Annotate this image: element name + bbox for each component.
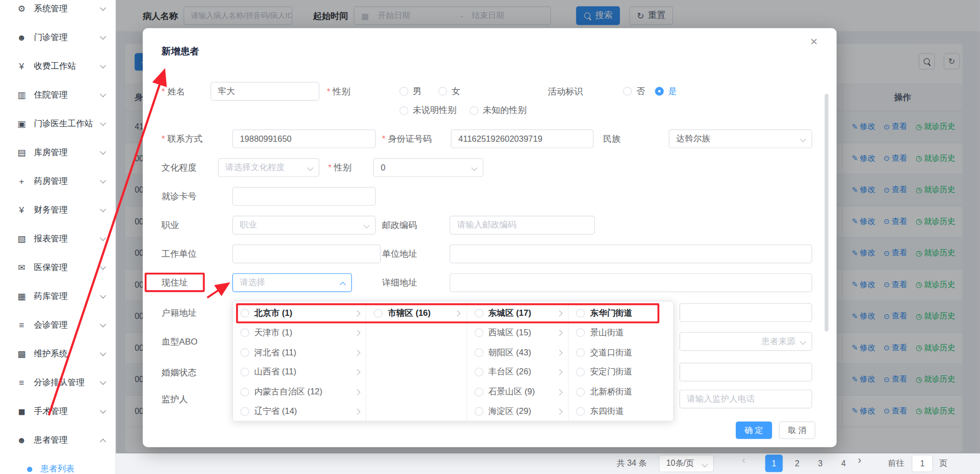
cascade-option[interactable]: 东华门街道 xyxy=(569,304,673,323)
active-flag-label: 活动标识 xyxy=(548,82,583,101)
surgery-icon: ◼ xyxy=(16,407,27,416)
contact-input[interactable]: 19880991650 xyxy=(232,129,376,148)
ethnicity-select[interactable]: 达斡尔族 xyxy=(669,129,812,148)
patient-source-select[interactable]: 患者来源 xyxy=(679,332,812,351)
gender-radio-male[interactable]: 男 xyxy=(400,82,422,101)
ethnicity-label: 民族 xyxy=(603,129,620,148)
chevron-right-icon xyxy=(455,310,460,316)
gender-radio-unstated[interactable]: 未说明性别 xyxy=(400,101,457,120)
sidebar-item[interactable]: ≡ 分诊排队管理 xyxy=(0,368,115,397)
cascade-option[interactable]: 丰台区 (26) xyxy=(467,363,568,382)
sidebar-item[interactable]: + 药房管理 xyxy=(0,167,115,196)
sidebar-item[interactable]: ¥ 收费工作站 xyxy=(0,52,115,81)
work-unit-input[interactable] xyxy=(232,244,381,263)
cascade-option[interactable]: 山西省 (11) xyxy=(233,363,366,382)
address-cascade-dropdown: 北京市 (1) 天津市 (1) 河北省 (11) xyxy=(232,301,674,422)
sidebar-item[interactable]: ☻ 门诊管理 xyxy=(0,23,115,52)
chevron-right-icon[interactable]: › xyxy=(858,454,875,472)
cascade-province-column: 北京市 (1) 天津市 (1) 河北省 (11) xyxy=(233,301,366,421)
chevron-down-icon xyxy=(702,461,708,467)
chevron-left-icon[interactable]: ‹ xyxy=(742,454,759,472)
page-button[interactable]: 2 xyxy=(788,454,806,472)
chevron-down-icon xyxy=(100,91,106,97)
detail-address-input[interactable] xyxy=(449,273,812,292)
chevron-down-icon xyxy=(100,407,106,413)
sidebar-item[interactable]: ≡ 会诊管理 xyxy=(0,311,115,339)
current-address-select[interactable]: 请选择 xyxy=(232,273,352,292)
radio-circle xyxy=(438,87,447,96)
page-button[interactable]: 4 xyxy=(835,454,852,472)
page-button[interactable]: 1 xyxy=(765,454,782,472)
modal-scrollbar[interactable] xyxy=(825,94,828,332)
warehouse-icon: ▤ xyxy=(16,147,27,157)
education-select[interactable]: 请选择文化程度 xyxy=(218,158,320,177)
goto-page-input[interactable]: 1 xyxy=(912,454,933,472)
postal-code-input[interactable]: 请输入邮政编码 xyxy=(449,216,595,235)
cascade-option[interactable]: 朝阳区 (43) xyxy=(467,343,568,362)
sidebar-item[interactable]: ◼ 手术管理 xyxy=(0,397,115,426)
cascade-option[interactable]: 景山街道 xyxy=(569,323,673,343)
radio-circle xyxy=(241,329,249,337)
active-flag-radio-no[interactable]: 否 xyxy=(623,82,645,101)
chevron-right-icon xyxy=(354,310,360,316)
active-flag-radio-yes[interactable]: 是 xyxy=(655,82,677,101)
cascade-option[interactable]: 石景山区 (9) xyxy=(467,382,568,402)
patient-icon: ☻ xyxy=(16,435,27,445)
chevron-down-icon xyxy=(100,177,106,183)
sidebar-item[interactable]: ¥ 财务管理 xyxy=(0,196,115,224)
cascade-option[interactable]: 北京市 (1) xyxy=(233,304,366,323)
confirm-button[interactable]: 确 定 xyxy=(736,422,772,439)
cascade-option[interactable]: 市辖区 (16) xyxy=(366,304,466,323)
chevron-right-icon xyxy=(354,369,360,375)
sidebar-item[interactable]: ▦ 药库管理 xyxy=(0,282,115,311)
chevron-down-icon xyxy=(800,136,806,142)
page-button[interactable]: 3 xyxy=(812,454,829,472)
app-window: ⚙ 系统管理 ☻ 门诊管理 ¥ 收费工作站 ▥ xyxy=(0,0,980,474)
sidebar-item[interactable]: ☻ 患者管理 xyxy=(0,426,115,454)
name-input[interactable]: 牢大 xyxy=(210,82,319,101)
add-patient-modal: 新增患者 × 姓名 牢大 性别 男 女 活动标识 否 是 未说明性别 xyxy=(143,28,836,447)
sidebar-item[interactable]: ▤ 库房管理 xyxy=(0,138,115,167)
radio-circle xyxy=(475,368,483,376)
cancel-button[interactable]: 取 消 xyxy=(779,422,815,439)
chevron-down-icon xyxy=(100,235,106,241)
sidebar-item-label: 库房管理 xyxy=(34,147,101,158)
cascade-option[interactable]: 西城区 (15) xyxy=(467,323,568,343)
cascade-option[interactable]: 天津市 (1) xyxy=(233,323,366,343)
page-size-select[interactable]: 10条/页 xyxy=(659,454,714,472)
name-label: 姓名 xyxy=(162,82,185,101)
cascade-option[interactable]: 东四街道 xyxy=(569,402,673,421)
guardian-phone-input[interactable]: 请输入监护人电话 xyxy=(679,390,812,409)
cascade-option[interactable]: 安定门街道 xyxy=(569,363,673,382)
cascade-option[interactable]: 内蒙古自治区 (12) xyxy=(233,382,366,402)
contact-label: 联系方式 xyxy=(162,129,203,148)
unit-address-input[interactable] xyxy=(449,244,812,263)
cascade-option[interactable]: 辽宁省 (14) xyxy=(233,402,366,421)
gender-radio-female[interactable]: 女 xyxy=(438,82,460,101)
id-number-input[interactable]: 411625192602039719 xyxy=(451,129,594,148)
gender2-select[interactable]: 0 xyxy=(373,158,483,177)
sidebar-item-patient-list[interactable]: ☻ 患者列表 xyxy=(0,454,115,474)
id-number-label: 身份证号码 xyxy=(382,129,432,148)
cascade-option[interactable]: 海淀区 (29) xyxy=(467,402,568,421)
gender-radio-unknown[interactable]: 未知的性别 xyxy=(469,101,526,120)
close-icon[interactable]: × xyxy=(810,34,829,53)
gear-icon: ⚙ xyxy=(16,4,27,13)
cascade-city-column: 市辖区 (16) xyxy=(366,301,466,421)
sidebar-item[interactable]: ▣ 门诊医生工作站 xyxy=(0,109,115,138)
sidebar-item-label: 门诊管理 xyxy=(34,32,101,43)
marital-row-right-input[interactable] xyxy=(679,363,812,382)
cascade-option[interactable]: 交道口街道 xyxy=(569,343,673,362)
sidebar-item[interactable]: ⚙ 系统管理 xyxy=(0,0,115,23)
sidebar-item[interactable]: ▩ 维护系统 xyxy=(0,339,115,368)
cascade-option[interactable]: 北新桥街道 xyxy=(569,382,673,402)
sidebar-item[interactable]: ✉ 医保管理 xyxy=(0,253,115,282)
sidebar-item[interactable]: ▥ 住院管理 xyxy=(0,81,115,109)
chevron-up-icon xyxy=(340,282,346,288)
sidebar-item[interactable]: ▧ 报表管理 xyxy=(0,224,115,253)
cascade-option[interactable]: 东城区 (17) xyxy=(467,304,568,323)
household-address-right-input[interactable] xyxy=(679,304,812,323)
cascade-option[interactable]: 河北省 (11) xyxy=(233,343,366,362)
occupation-select[interactable]: 职业 xyxy=(232,216,376,235)
visit-card-input[interactable] xyxy=(232,187,376,206)
